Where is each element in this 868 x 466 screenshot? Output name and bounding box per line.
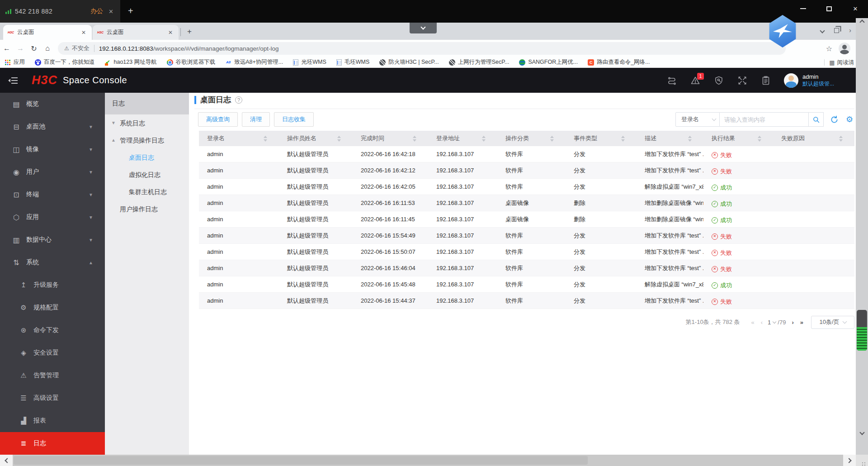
- bookmark-item[interactable]: SANGFOR上网优...: [519, 58, 578, 66]
- tree-item-管理员操作日志[interactable]: ▲管理员操作日志: [105, 132, 189, 149]
- sort-carets-icon[interactable]: [550, 136, 554, 142]
- current-page-select[interactable]: 1: [766, 319, 778, 326]
- sidebar-item-数据中心[interactable]: ▥数据中心▼: [0, 228, 105, 251]
- scroll-left-icon[interactable]: [0, 455, 13, 466]
- sidebar-collapse-icon[interactable]: [8, 75, 19, 86]
- column-header-失败原因[interactable]: 失败原因: [773, 131, 854, 146]
- bookmark-item[interactable]: A8致远A8+协同管理...: [225, 58, 283, 66]
- column-header-操作员姓名[interactable]: 操作员姓名: [279, 131, 353, 146]
- license-shield-icon[interactable]: [713, 75, 724, 86]
- column-header-描述[interactable]: 描述: [637, 131, 703, 146]
- column-settings-gear-icon[interactable]: ⚙: [844, 114, 854, 124]
- scroll-down-icon[interactable]: [856, 431, 868, 434]
- column-header-完成时间[interactable]: 完成时间: [353, 131, 428, 146]
- clean-button[interactable]: 清理: [242, 112, 270, 127]
- sidebar-item-报表[interactable]: ▟报表: [0, 409, 105, 432]
- sort-carets-icon[interactable]: [337, 136, 341, 142]
- sidebar-item-镜像[interactable]: ◫镜像▼: [0, 138, 105, 161]
- home-button[interactable]: ⌂: [41, 44, 54, 52]
- sidebar-item-日志[interactable]: ≣日志: [0, 432, 105, 455]
- vertical-scrollbar-thumb[interactable]: [857, 310, 867, 351]
- chevron-down-icon[interactable]: [821, 27, 824, 34]
- tree-item-系统日志[interactable]: ▼系统日志: [105, 114, 189, 132]
- bookmark-item[interactable]: 光坯WMS: [293, 58, 326, 66]
- sidebar-item-终端[interactable]: ⊡终端▼: [0, 183, 105, 206]
- column-header-登录名[interactable]: 登录名: [199, 131, 279, 146]
- prev-page-icon[interactable]: ‹: [758, 319, 766, 326]
- sidebar-item-命令下发[interactable]: ⊛命令下发: [0, 319, 105, 342]
- search-field-select[interactable]: 登录名: [675, 112, 720, 127]
- restore-window-icon[interactable]: [834, 28, 839, 33]
- bookmark-item[interactable]: 谷歌浏览器下载: [167, 58, 216, 66]
- sort-carets-icon[interactable]: [482, 136, 486, 142]
- tab-scroll-right-icon[interactable]: ›: [849, 27, 851, 34]
- bookmark-item[interactable]: ✔hao123 网址导航: [105, 58, 157, 66]
- sidebar-item-高级设置[interactable]: ☰高级设置: [0, 387, 105, 409]
- scroll-right-icon[interactable]: [843, 455, 856, 466]
- sort-carets-icon[interactable]: [839, 136, 843, 142]
- window-maximize-button[interactable]: [820, 3, 838, 14]
- reload-button[interactable]: ↻: [27, 44, 41, 53]
- browser-tab-inactive[interactable]: H3C 云桌面 ✕: [93, 25, 179, 40]
- remote-new-tab-button[interactable]: +: [128, 0, 133, 23]
- tree-item-虚拟化日志[interactable]: 虚拟化日志: [105, 166, 189, 183]
- bookmark-item[interactable]: 上网行为管理SecP...: [449, 58, 509, 66]
- tab-close-icon[interactable]: ✕: [80, 29, 87, 36]
- bookmark-star-icon[interactable]: ☆: [826, 44, 832, 53]
- sidebar-item-概览[interactable]: ▤概览: [0, 93, 105, 115]
- advanced-query-button[interactable]: 高级查询: [198, 112, 238, 127]
- user-menu[interactable]: admin 默认超级管...: [784, 73, 834, 88]
- log-collect-button[interactable]: 日志收集: [274, 112, 314, 127]
- window-close-button[interactable]: ✕: [846, 3, 864, 14]
- reading-list-label[interactable]: 阅读清: [837, 59, 854, 67]
- scroll-up-icon[interactable]: [856, 20, 868, 24]
- sort-carets-icon[interactable]: [758, 136, 761, 142]
- back-button[interactable]: ←: [0, 44, 14, 52]
- tree-item-桌面日志[interactable]: 桌面日志: [105, 149, 189, 166]
- audit-clipboard-icon[interactable]: [760, 75, 771, 86]
- page-size-select[interactable]: 10条/页: [811, 316, 854, 329]
- column-header-操作分类[interactable]: 操作分类: [497, 131, 566, 146]
- bookmark-item[interactable]: 应用: [5, 58, 25, 66]
- column-header-事件类型[interactable]: 事件类型: [566, 131, 637, 146]
- column-header-执行结果[interactable]: 执行结果: [703, 131, 773, 146]
- bookmark-item[interactable]: C路由查看命令_网络...: [588, 58, 650, 66]
- bookmark-item[interactable]: 防火墙H3C | SecP...: [379, 58, 439, 66]
- sidebar-item-升级服务[interactable]: ↥升级服务: [0, 274, 105, 296]
- sort-carets-icon[interactable]: [413, 136, 416, 142]
- window-minimize-button[interactable]: [794, 3, 812, 14]
- sidebar-item-安全设置[interactable]: ◈安全设置: [0, 342, 105, 364]
- fullscreen-icon[interactable]: [737, 75, 748, 86]
- sidebar-item-规格配置[interactable]: ⚙规格配置: [0, 296, 105, 319]
- horizontal-scrollbar[interactable]: [0, 455, 856, 466]
- help-icon[interactable]: ?: [235, 96, 242, 104]
- sidebar-item-告警管理[interactable]: ⚠告警管理: [0, 364, 105, 387]
- sidebar-item-系统[interactable]: ⇅系统▲: [0, 251, 105, 274]
- url-field[interactable]: ⚠ 不安全 192.168.0.121:8083 /workspace/#/vd…: [58, 42, 786, 55]
- new-tab-button[interactable]: +: [184, 27, 194, 37]
- search-button[interactable]: [808, 113, 823, 126]
- window-dropdown-button[interactable]: [410, 23, 437, 33]
- tree-item-集群主机日志[interactable]: 集群主机日志: [105, 183, 189, 200]
- browser-tab-active[interactable]: H3C 云桌面 ✕: [3, 25, 92, 40]
- remote-tab-label[interactable]: 办公: [90, 7, 103, 15]
- task-flow-icon[interactable]: [666, 75, 677, 86]
- resize-grip[interactable]: [856, 455, 868, 466]
- vertical-scrollbar[interactable]: [856, 18, 868, 455]
- browser-profile-avatar[interactable]: [839, 43, 850, 54]
- bookmark-item[interactable]: 毛坯WMS: [336, 58, 370, 66]
- sidebar-item-应用[interactable]: ⬡应用▼: [0, 206, 105, 228]
- refresh-icon[interactable]: [829, 114, 839, 124]
- search-input[interactable]: [720, 113, 808, 126]
- bookmark-item[interactable]: 百度一下，你就知道: [35, 58, 95, 66]
- forward-button[interactable]: →: [14, 44, 27, 52]
- tree-item-用户操作日志[interactable]: 用户操作日志: [105, 200, 189, 218]
- sidebar-item-用户[interactable]: ◉用户▼: [0, 161, 105, 183]
- first-page-icon[interactable]: «: [748, 319, 758, 326]
- column-header-登录地址[interactable]: 登录地址: [428, 131, 497, 146]
- horizontal-scrollbar-thumb[interactable]: [14, 456, 588, 465]
- next-page-icon[interactable]: ›: [788, 319, 797, 326]
- sort-carets-icon[interactable]: [621, 136, 625, 142]
- alarm-bell-icon[interactable]: 1: [690, 75, 701, 86]
- remote-session-tab[interactable]: 542 218 882 办公 ✕: [0, 0, 120, 23]
